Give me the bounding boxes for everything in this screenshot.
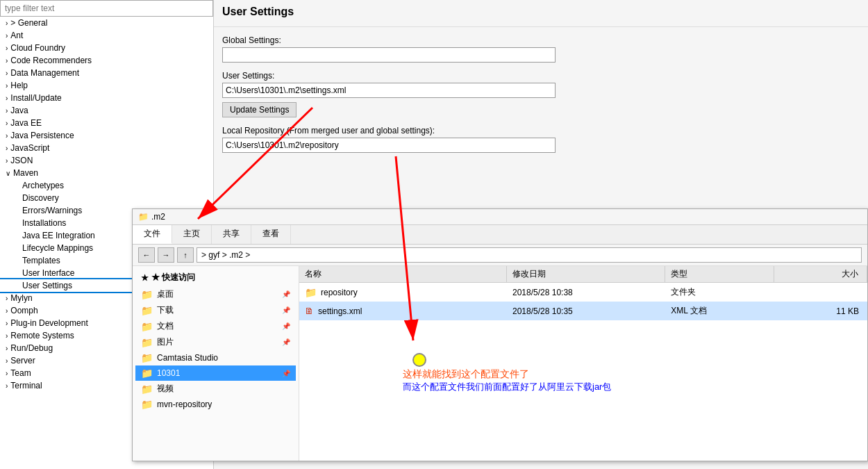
star-icon: ★: [141, 273, 149, 283]
sidebar-item-data-management[interactable]: › Data Management: [0, 67, 213, 79]
pin-icon: 📌: [282, 370, 290, 377]
col-header-date[interactable]: 修改日期: [507, 266, 665, 282]
folder-icon: 📁: [141, 305, 153, 316]
forward-button[interactable]: →: [158, 247, 174, 263]
annotation-line2: 而这个配置文件我们前面配置好了从阿里云下载jar包: [403, 381, 611, 393]
folder-icon: 📁: [141, 352, 153, 363]
sidebar-item-ant[interactable]: › Ant: [0, 29, 213, 42]
xml-icon: 🗎: [305, 306, 314, 316]
col-header-name[interactable]: 名称: [299, 266, 507, 282]
explorer-column-headers: 名称 修改日期 类型 大小: [299, 266, 867, 283]
left-item-mvn-repo[interactable]: 📁 mvn-repository: [135, 397, 296, 412]
left-item-camtasia[interactable]: 📁 Camtasia Studio: [135, 350, 296, 365]
explorer-toolbar: ← → ↑: [133, 245, 867, 266]
sidebar-item-code-recommenders[interactable]: › Code Recommenders: [0, 54, 213, 67]
tab-share[interactable]: 共享: [212, 225, 251, 244]
sidebar-item-java-persistence[interactable]: › Java Persistence: [0, 129, 213, 142]
folder-icon: 📁: [141, 384, 153, 395]
sidebar-item-json[interactable]: › JSON: [0, 154, 213, 167]
sidebar-item-archetypes[interactable]: Archetypes: [0, 179, 213, 192]
sidebar-item-discovery[interactable]: Discovery: [0, 192, 213, 204]
back-button[interactable]: ←: [138, 247, 155, 263]
local-repo-input[interactable]: [222, 138, 556, 153]
file-name-repository: 📁 repository: [299, 286, 507, 299]
sidebar-item-maven[interactable]: ∨ Maven: [0, 167, 213, 179]
tab-home[interactable]: 主页: [172, 225, 212, 244]
explorer-titlebar: 📁 .m2: [133, 209, 867, 225]
global-settings-group: Global Settings:: [222, 35, 860, 63]
file-type-settings-xml: XML 文档: [665, 304, 775, 318]
col-header-type[interactable]: 类型: [665, 266, 775, 282]
left-item-pictures[interactable]: 📁 图片 📌: [135, 334, 296, 350]
tab-file[interactable]: 文件: [133, 225, 172, 244]
up-button[interactable]: ↑: [177, 247, 194, 263]
file-row-repository[interactable]: 📁 repository 2018/5/28 10:38 文件夹: [299, 283, 867, 302]
file-row-settings-xml[interactable]: 🗎 settings.xml 2018/5/28 10:35 XML 文档 11…: [299, 302, 867, 320]
folder-icon: 📁: [141, 337, 153, 348]
left-item-video[interactable]: 📁 视频: [135, 381, 296, 397]
folder-icon: 📁: [141, 399, 153, 410]
folder-icon: 📁: [141, 321, 153, 332]
file-name-settings-xml: 🗎 settings.xml: [299, 304, 507, 318]
folder-icon: 📁: [141, 368, 153, 379]
left-item-downloads[interactable]: 📁 下载 📌: [135, 302, 296, 318]
explorer-left-panel: ★ ★ 快速访问 📁 桌面 📌 📁 下载 📌 📁 文档 📌: [133, 266, 299, 461]
pin-icon: 📌: [282, 290, 290, 298]
pin-icon: 📌: [282, 338, 290, 346]
file-size-repository: [775, 291, 867, 294]
pin-icon: 📌: [282, 322, 290, 330]
left-item-10301[interactable]: 📁 10301 📌: [135, 365, 296, 381]
folder-icon-title: 📁: [138, 212, 149, 222]
filter-input[interactable]: [0, 0, 213, 17]
explorer-body: ★ ★ 快速访问 📁 桌面 📌 📁 下载 📌 📁 文档 📌: [133, 266, 867, 461]
global-settings-input[interactable]: [222, 47, 556, 63]
user-settings-input[interactable]: [222, 83, 556, 98]
user-settings-label: User Settings:: [222, 71, 860, 81]
local-repo-group: Local Repository (From merged user and g…: [222, 126, 860, 153]
explorer-tabs: 文件 主页 共享 查看: [133, 225, 867, 245]
folder-icon: 📁: [141, 289, 153, 300]
file-date-repository: 2018/5/28 10:38: [507, 286, 665, 299]
global-settings-label: Global Settings:: [222, 35, 860, 45]
annotation-line1: 这样就能找到这个配置文件了: [403, 368, 611, 381]
folder-icon: 📁: [305, 287, 317, 298]
sidebar-item-install-update[interactable]: › Install/Update: [0, 92, 213, 104]
sidebar-item-general[interactable]: ›> General: [0, 17, 213, 29]
address-bar[interactable]: [197, 247, 862, 263]
file-size-settings-xml: 11 KB: [775, 305, 867, 318]
explorer-right-panel: 名称 修改日期 类型 大小 📁 repository 2018/5/28 10:…: [299, 266, 867, 461]
local-repo-label: Local Repository (From merged user and g…: [222, 126, 860, 135]
left-item-desktop[interactable]: 📁 桌面 📌: [135, 286, 296, 302]
file-type-repository: 文件夹: [665, 285, 775, 299]
explorer-window-title: .m2: [151, 212, 165, 222]
left-item-documents[interactable]: 📁 文档 📌: [135, 318, 296, 334]
annotation: 这样就能找到这个配置文件了 而这个配置文件我们前面配置好了从阿里云下载jar包: [403, 368, 611, 393]
panel-header: User Settings: [214, 0, 868, 27]
quick-access-header: ★ ★ 快速访问: [135, 269, 296, 286]
settings-form: Global Settings: User Settings: Update S…: [214, 27, 868, 170]
file-explorer: 📁 .m2 文件 主页 共享 查看 ← → ↑ ★ ★ 快速访问 📁: [132, 208, 868, 461]
cursor-indicator: [412, 353, 426, 367]
sidebar-item-java-ee[interactable]: › Java EE: [0, 117, 213, 129]
tab-view[interactable]: 查看: [251, 225, 291, 244]
file-date-settings-xml: 2018/5/28 10:35: [507, 305, 665, 318]
sidebar-item-help[interactable]: › Help: [0, 79, 213, 92]
user-settings-group: User Settings: Update Settings: [222, 71, 860, 117]
sidebar-item-java[interactable]: › Java: [0, 104, 213, 117]
col-header-size[interactable]: 大小: [774, 266, 867, 282]
sidebar-item-javascript[interactable]: › JavaScript: [0, 142, 213, 154]
panel-title: User Settings: [222, 6, 860, 18]
pin-icon: 📌: [282, 306, 290, 314]
sidebar-item-cloud-foundry[interactable]: › Cloud Foundry: [0, 42, 213, 54]
update-settings-button[interactable]: Update Settings: [222, 102, 297, 117]
